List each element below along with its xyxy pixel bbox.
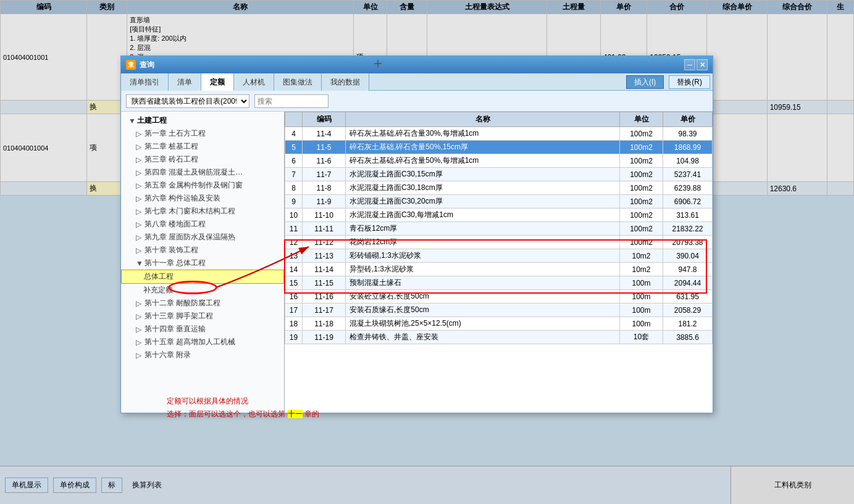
tab-materials[interactable]: 人材机 xyxy=(234,73,274,91)
table-row[interactable]: 911-9水泥混凝土路面C30,20cm厚100m26906.72 xyxy=(285,195,713,209)
tree-ch10-arrow: ▷ xyxy=(136,246,142,255)
table-row[interactable]: 1511-15预制混凝土缘石100m2094.44 xyxy=(285,276,713,290)
tree-chapter-3[interactable]: ▷ 第三章 砖石工程 xyxy=(121,153,284,166)
close-btn[interactable]: ✕ xyxy=(697,59,708,70)
table-row[interactable]: 411-4碎石灰土基础,碎石含量30%,每增减1cm100m298.39 xyxy=(285,127,713,141)
plus-icon: + xyxy=(374,55,382,72)
modal-title: 查询 xyxy=(140,60,684,70)
tree-ch5-label: 第五章 金属构件制作及钢门窗 xyxy=(144,180,243,191)
tree-ch8-arrow: ▷ xyxy=(136,220,142,229)
tree-chapter-15[interactable]: ▷ 第十五章 超高增加人工机械 xyxy=(121,336,284,349)
tree-ch14-arrow: ▷ xyxy=(136,325,142,334)
th-unit: 单位 xyxy=(620,112,663,127)
search-input[interactable] xyxy=(254,94,329,108)
tree-chapter-8[interactable]: ▷ 第八章 楼地面工程 xyxy=(121,218,284,231)
tree-ch11-arrow: ▼ xyxy=(136,259,142,268)
th-name: 名称 xyxy=(346,112,620,127)
tree-ch2-arrow: ▷ xyxy=(136,143,142,151)
modal-tab-bar: 清单指引 清单 定额 人材机 图集做法 我的数据 插入(I) 替换(R) xyxy=(121,73,713,91)
tab-dinge[interactable]: 定额 xyxy=(201,73,234,91)
tree-ch12-label: 第十二章 耐酸防腐工程 xyxy=(144,298,220,308)
tree-ch6-arrow: ▷ xyxy=(136,194,142,203)
tab-mydata[interactable]: 我的数据 xyxy=(322,73,369,91)
tree-chapter-10[interactable]: ▷ 第十章 装饰工程 xyxy=(121,244,284,257)
tree-chapter-12[interactable]: ▷ 第十二章 耐酸防腐工程 xyxy=(121,297,284,310)
tree-ch8-label: 第八章 楼地面工程 xyxy=(144,219,206,229)
tree-chapter-6[interactable]: ▷ 第六章 构件运输及安装 xyxy=(121,192,284,205)
th-no xyxy=(285,112,303,127)
tree-root-arrow: ▼ xyxy=(128,117,135,125)
tree-ch12-arrow: ▷ xyxy=(136,299,142,308)
tree-ch11-label: 第十一章 总体工程 xyxy=(144,258,206,268)
province-dropdown[interactable]: 陕西省建筑装饰工程价目表(2009) xyxy=(126,94,249,108)
tree-general-work-label: 总体工程 xyxy=(144,271,174,282)
modal-content: ▼ 土建工程 ▷ 第一章 土石方工程 ▷ 第二章 桩基工程 ▷ 第三章 砖石工程… xyxy=(121,112,713,413)
tree-chapter-5[interactable]: ▷ 第五章 金属构件制作及钢门窗 xyxy=(121,179,284,192)
tree-ch9-label: 第九章 屋面防水及保温隔热 xyxy=(144,232,235,242)
tree-ch4-arrow: ▷ xyxy=(136,168,142,177)
modal-toolbar: 陕西省建筑装饰工程价目表(2009) xyxy=(121,91,713,112)
tab-quota[interactable]: 清单指引 xyxy=(121,73,169,91)
table-row[interactable]: 611-6碎石灰土基础,碎石含量50%,每增减1cm100m2104.98 xyxy=(285,154,713,168)
tree-root[interactable]: ▼ 土建工程 xyxy=(121,114,284,127)
th-price: 单价 xyxy=(663,112,713,127)
tree-ch13-label: 第十三章 脚手架工程 xyxy=(144,311,213,321)
tree-chapter-16[interactable]: ▷ 第十六章 附录 xyxy=(121,349,284,361)
tree-ch3-arrow: ▷ xyxy=(136,155,142,164)
tree-ch9-arrow: ▷ xyxy=(136,233,142,242)
tree-supplement[interactable]: 补充定额 xyxy=(121,284,284,297)
titlebar-controls: ─ ✕ xyxy=(684,59,708,70)
tree-ch2-label: 第二章 桩基工程 xyxy=(144,141,198,152)
minimize-btn[interactable]: ─ xyxy=(684,59,695,70)
table-row[interactable]: 1711-17安装石质缘石,长度50cm100m2058.29 xyxy=(285,304,713,317)
tree-ch15-arrow: ▷ xyxy=(136,338,142,347)
tab-list[interactable]: 清单 xyxy=(169,73,201,91)
tree-chapter-14[interactable]: ▷ 第十四章 垂直运输 xyxy=(121,323,284,336)
tree-chapter-4[interactable]: ▷ 第四章 混凝土及钢筋混凝土… xyxy=(121,166,284,179)
table-row[interactable]: 1211-12花岗岩12cm厚100m220793.38 xyxy=(285,236,713,249)
tree-ch7-arrow: ▷ xyxy=(136,207,142,216)
tree-ch4-label: 第四章 混凝土及钢筋混凝土… xyxy=(144,167,243,178)
table-row[interactable]: 711-7水泥混凝土路面C30,15cm厚100m25237.41 xyxy=(285,168,713,181)
table-row[interactable]: 1411-14异型砖,1:3水泥砂浆10m2947.8 xyxy=(285,263,713,276)
table-row[interactable]: 511-5碎石灰土基础,碎石含量50%,15cm厚100m21868.99 xyxy=(285,141,713,154)
tree-chapter-7[interactable]: ▷ 第七章 木门窗和木结构工程 xyxy=(121,205,284,218)
tree-chapter-13[interactable]: ▷ 第十三章 脚手架工程 xyxy=(121,310,284,323)
tree-chapter-1[interactable]: ▷ 第一章 土石方工程 xyxy=(121,127,284,140)
table-row[interactable]: 1811-18混凝土块砌筑树池,25×5×12.5(cm)100m181.2 xyxy=(285,317,713,331)
tree-ch1-arrow: ▷ xyxy=(136,130,142,138)
tree-ch7-label: 第七章 木门窗和木结构工程 xyxy=(144,206,235,217)
modal-titlebar: 查 查询 ─ ✕ xyxy=(121,56,713,73)
tree-chapter-9[interactable]: ▷ 第九章 屋面防水及保温隔热 xyxy=(121,231,284,244)
tree-chapter-11[interactable]: ▼ 第十一章 总体工程 xyxy=(121,257,284,270)
tree-ch5-arrow: ▷ xyxy=(136,181,142,190)
tree-ch14-label: 第十四章 垂直运输 xyxy=(144,324,206,334)
tree-ch1-label: 第一章 土石方工程 xyxy=(144,128,206,139)
th-code: 编码 xyxy=(303,112,346,127)
tree-general-work[interactable]: 总体工程 xyxy=(121,270,284,284)
tree-ch6-label: 第六章 构件运输及安装 xyxy=(144,193,220,204)
table-row[interactable]: 1111-11青石板12cm厚100m221832.22 xyxy=(285,222,713,236)
tree-chapter-2[interactable]: ▷ 第二章 桩基工程 xyxy=(121,140,284,153)
modal-icon: 查 xyxy=(126,60,136,70)
table-row[interactable]: 1311-13彩砖铺砌,1:3水泥砂浆10m2390.04 xyxy=(285,249,713,263)
tree-ch10-label: 第十章 装饰工程 xyxy=(144,245,198,255)
replace-btn[interactable]: 替换(R) xyxy=(669,75,710,89)
tree-ch16-label: 第十六章 附录 xyxy=(144,350,191,360)
query-modal: 查 查询 ─ ✕ 清单指引 清单 定额 人材机 图集做法 我的数据 插入(I) … xyxy=(120,56,713,413)
data-panel: 编码 名称 单位 单价 411-4碎石灰土基础,碎石含量30%,每增减1cm10… xyxy=(285,112,713,413)
data-table: 编码 名称 单位 单价 411-4碎石灰土基础,碎石含量30%,每增减1cm10… xyxy=(285,112,713,344)
tree-ch13-arrow: ▷ xyxy=(136,312,142,321)
tree-ch3-label: 第三章 砖石工程 xyxy=(144,154,198,165)
tree-ch15-label: 第十五章 超高增加人工机械 xyxy=(144,337,235,347)
table-row[interactable]: 1011-10水泥混凝土路面C30,每增减1cm100m2313.61 xyxy=(285,209,713,222)
table-row[interactable]: 811-8水泥混凝土路面C30,18cm厚100m26239.88 xyxy=(285,181,713,195)
tab-atlas[interactable]: 图集做法 xyxy=(274,73,322,91)
tree-panel: ▼ 土建工程 ▷ 第一章 土石方工程 ▷ 第二章 桩基工程 ▷ 第三章 砖石工程… xyxy=(121,112,285,413)
table-row[interactable]: 1911-19检查井铸铁、井盖、座安装10套3885.6 xyxy=(285,331,713,344)
insert-btn[interactable]: 插入(I) xyxy=(626,75,664,89)
tree-root-label: 土建工程 xyxy=(137,115,167,126)
tree-ch16-arrow: ▷ xyxy=(136,351,142,360)
tree-supplement-label: 补充定额 xyxy=(143,285,173,295)
table-row[interactable]: 1611-16安装砼立缘石,长度50cm100m631.95 xyxy=(285,290,713,304)
